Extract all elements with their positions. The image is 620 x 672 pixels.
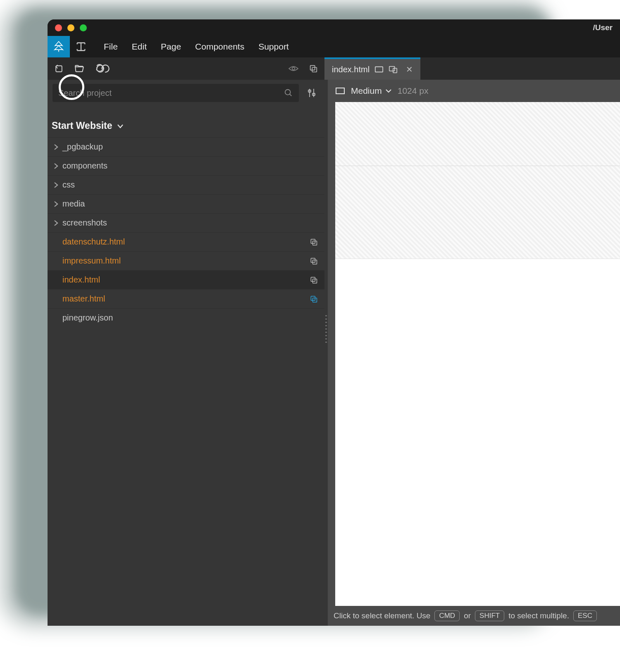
svg-rect-16 [311, 258, 315, 262]
file-datenschutz[interactable]: datenschutz.html [48, 232, 324, 251]
page-canvas[interactable] [335, 102, 620, 606]
folder-label: media [62, 199, 85, 209]
svg-rect-19 [313, 279, 317, 283]
file-label: datenschutz.html [62, 237, 125, 247]
project-name-label: Start Website [52, 120, 112, 131]
file-label: pinegrow.json [62, 313, 113, 323]
editor-pane: Medium 1024 px Click to select element. … [328, 80, 620, 626]
viewport-width-label: 1024 px [398, 86, 429, 96]
breakpoint-label: Medium [351, 86, 382, 96]
window-close-button[interactable] [55, 24, 62, 31]
chevron-right-icon [53, 201, 62, 207]
file-impressum[interactable]: impressum.html [48, 251, 324, 270]
chevron-right-icon [53, 220, 62, 226]
folder-label: screenshots [62, 218, 107, 228]
search-project-box[interactable] [52, 84, 299, 102]
svg-rect-22 [336, 88, 344, 94]
file-pinegrow-json[interactable]: pinegrow.json [48, 308, 324, 327]
kbd-cmd: CMD [434, 610, 460, 621]
app-logo-icon[interactable] [48, 36, 70, 57]
chevron-right-icon [53, 182, 62, 188]
kbd-esc: ESC [573, 610, 597, 621]
tab-strip: index.html ✕ [324, 57, 620, 80]
svg-point-2 [292, 67, 295, 70]
status-text: or [464, 611, 471, 620]
window-titlebar: /User [48, 19, 620, 36]
folder-label: _pgbackup [62, 142, 103, 152]
svg-rect-7 [393, 68, 397, 73]
tab-device-icon[interactable] [374, 66, 384, 73]
close-icon[interactable]: ✕ [406, 64, 413, 74]
svg-rect-21 [313, 298, 317, 302]
visibility-icon[interactable] [286, 61, 301, 76]
panel-resize-handle[interactable] [324, 80, 328, 626]
search-icon[interactable] [284, 88, 293, 97]
menu-support[interactable]: Support [258, 42, 289, 52]
main-area: Start Website _pgbackup components [48, 80, 620, 626]
chevron-right-icon [53, 163, 62, 169]
svg-rect-20 [311, 296, 315, 300]
tab-index-html[interactable]: index.html ✕ [324, 57, 420, 80]
status-bar: Click to select element. Use CMD or SHIF… [328, 606, 620, 626]
tab-responsive-icon[interactable] [389, 65, 398, 74]
menu-components[interactable]: Components [195, 42, 244, 52]
app-window: /User File Edit Page Components Support [48, 19, 620, 626]
folder-label: css [62, 180, 75, 190]
settings-sliders-icon[interactable] [304, 85, 320, 101]
toolbar-row: index.html ✕ [48, 57, 620, 80]
window-minimize-button[interactable] [67, 24, 74, 31]
window-title: /User [593, 23, 613, 32]
svg-rect-14 [311, 239, 315, 243]
folder-pgbackup[interactable]: _pgbackup [48, 137, 324, 156]
svg-line-9 [290, 94, 292, 96]
status-text: Click to select element. Use [334, 611, 430, 620]
file-index[interactable]: index.html [48, 270, 324, 289]
menu-file[interactable]: File [104, 42, 118, 52]
menu-edit[interactable]: Edit [132, 42, 147, 52]
canvas-region-hero [335, 166, 620, 259]
component-master-icon[interactable] [310, 295, 318, 303]
editor-toolbar: Medium 1024 px [328, 80, 620, 102]
folder-label: components [62, 161, 107, 171]
viewport-rect-icon[interactable] [335, 87, 345, 95]
chevron-down-icon [117, 123, 124, 129]
component-instance-icon[interactable] [310, 257, 318, 265]
svg-rect-18 [311, 277, 315, 281]
folder-media[interactable]: media [48, 194, 324, 213]
duplicate-icon[interactable] [305, 61, 321, 76]
menu-page[interactable]: Page [161, 42, 181, 52]
project-sidebar: Start Website _pgbackup components [48, 80, 324, 626]
svg-rect-5 [375, 67, 383, 72]
file-label: master.html [62, 294, 105, 304]
file-master[interactable]: master.html [48, 289, 324, 308]
window-zoom-button[interactable] [80, 24, 87, 31]
folder-css[interactable]: css [48, 175, 324, 194]
svg-rect-1 [56, 66, 62, 72]
file-label: index.html [62, 275, 100, 285]
svg-rect-6 [389, 66, 395, 71]
editor-mode-icon[interactable] [70, 36, 92, 57]
open-folder-icon[interactable] [72, 61, 87, 76]
sidebar-toolbar [48, 57, 324, 80]
canvas-region-header [335, 102, 620, 166]
status-text: to select multiple. [508, 611, 569, 620]
svg-point-8 [285, 90, 291, 95]
kbd-shift: SHIFT [475, 610, 504, 621]
component-instance-icon[interactable] [310, 276, 318, 284]
svg-rect-3 [310, 66, 315, 70]
chevron-right-icon [53, 144, 62, 150]
tab-label: index.html [332, 65, 370, 74]
file-tree: _pgbackup components css media screensho… [48, 137, 324, 327]
breakpoint-dropdown[interactable]: Medium [351, 86, 392, 96]
reload-icon[interactable] [51, 61, 67, 76]
folder-components[interactable]: components [48, 156, 324, 175]
svg-rect-4 [312, 67, 317, 72]
search-input[interactable] [58, 88, 284, 98]
menu-bar: File Edit Page Components Support [48, 36, 620, 57]
file-label: impressum.html [62, 256, 121, 266]
component-instance-icon[interactable] [310, 238, 318, 246]
svg-rect-17 [313, 260, 317, 264]
svg-rect-15 [313, 241, 317, 245]
project-name-dropdown[interactable]: Start Website [48, 106, 324, 137]
folder-screenshots[interactable]: screenshots [48, 213, 324, 232]
